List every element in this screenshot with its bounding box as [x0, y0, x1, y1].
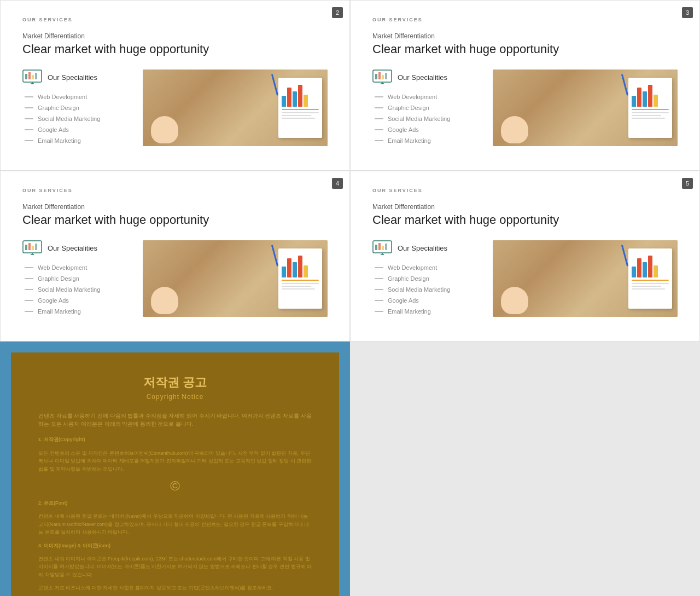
service-text-4-5: Email Marketing	[388, 308, 431, 315]
chart-text-3	[282, 283, 319, 290]
service-dash	[25, 300, 33, 301]
svg-rect-4	[35, 73, 37, 79]
text-line	[282, 115, 311, 116]
service-card-3: OUR SERVICES 4 Market Differentiation Cl…	[0, 171, 350, 342]
service-text-4-1: Web Development	[388, 264, 437, 271]
bar-5	[654, 265, 658, 277]
headline-3: Clear market with huge opportunity	[22, 213, 328, 227]
bar-4	[648, 85, 652, 107]
service-dash	[375, 300, 383, 301]
service-text-2-1: Web Development	[388, 94, 437, 100]
text-line	[632, 115, 661, 116]
pen-icon-4	[621, 245, 628, 266]
copyright-title-english: Copyright Notice	[38, 393, 312, 401]
specialities-title-2: Our Specialities	[398, 73, 447, 82]
paper-chart-4	[628, 248, 672, 309]
text-line	[632, 283, 669, 284]
text-line	[632, 112, 669, 113]
service-dash	[375, 129, 383, 130]
bar-3	[293, 91, 297, 107]
service-text-1-4: Google Ads	[38, 126, 69, 133]
service-dash	[25, 140, 33, 141]
service-text-3-4: Google Ads	[38, 297, 69, 304]
copyright-s2-body: 컨텐츠 내에 사용된 한글 폰트는 네이버 (Naver)에서 무상으로 제공하…	[38, 512, 312, 536]
service-item-3-2: Graphic Design	[22, 275, 132, 282]
service-item-4-2: Graphic Design	[372, 275, 482, 282]
service-item-1-2: Graphic Design	[22, 105, 132, 111]
chart-line-4	[632, 280, 669, 281]
hand-image-2	[501, 116, 528, 143]
svg-rect-2	[28, 72, 31, 79]
bar-5	[304, 95, 308, 107]
chart-bars-1	[282, 82, 319, 107]
service-dash	[25, 129, 33, 130]
chart-bars-2	[632, 82, 669, 107]
text-line	[632, 118, 665, 119]
image-mockup-4	[493, 240, 678, 317]
bar-2	[637, 258, 641, 277]
service-text-3-1: Web Development	[38, 264, 87, 271]
service-dash	[25, 107, 33, 108]
service-item-2-4: Google Ads	[372, 126, 482, 133]
bar-5	[654, 95, 658, 107]
headline-4: Clear market with huge opportunity	[372, 213, 678, 227]
service-item-1-3: Social Media Marketing	[22, 115, 132, 122]
copyright-s3-title: 3. 이미지(Image) & 아이콘(icon)	[38, 542, 312, 549]
text-line	[282, 118, 315, 119]
left-content-3: Our Specialities Web Development Graphic…	[22, 240, 132, 319]
service-dash	[25, 267, 33, 268]
service-item-1-5: Email Marketing	[22, 137, 132, 144]
card-number-4: 5	[682, 178, 693, 189]
bar-2	[637, 88, 641, 107]
copyright-title-korean: 저작권 공고	[38, 374, 312, 391]
svg-rect-24	[382, 246, 384, 250]
svg-rect-11	[385, 73, 387, 79]
image-mockup-2	[493, 70, 678, 146]
service-dash	[375, 118, 383, 119]
text-line	[282, 286, 311, 287]
service-text-1-3: Social Media Marketing	[38, 115, 100, 122]
svg-rect-15	[25, 245, 27, 250]
svg-rect-22	[375, 245, 377, 250]
card-number-2: 3	[682, 7, 693, 18]
service-text-4-2: Graphic Design	[388, 275, 429, 282]
service-text-4-3: Social Media Marketing	[388, 286, 450, 293]
service-item-2-2: Graphic Design	[372, 105, 482, 111]
pen-icon-3	[271, 245, 278, 266]
service-text-4-4: Google Ads	[388, 297, 419, 304]
service-item-3-5: Email Marketing	[22, 308, 132, 315]
chart-text-4	[632, 283, 669, 290]
paper-chart-2	[628, 78, 672, 138]
left-content-1: Our Specialities Web Development Graphic…	[22, 70, 132, 148]
copyright-section2-heading: 2. 폰트(Font)	[38, 500, 68, 506]
bar-4	[298, 256, 302, 277]
service-dash	[375, 289, 383, 290]
svg-rect-9	[378, 72, 381, 79]
copyright-section1-heading: 1. 저작권(Copyright)	[38, 437, 85, 442]
service-dash	[375, 267, 383, 268]
copyright-section3-heading: 3. 이미지(Image) & 아이콘(icon)	[38, 543, 110, 548]
service-dash	[375, 140, 383, 141]
image-mockup-3	[143, 240, 328, 317]
text-line	[282, 283, 319, 284]
bar-4	[648, 256, 652, 277]
service-text-3-3: Social Media Marketing	[38, 286, 100, 293]
service-dash	[25, 278, 33, 279]
headline-1: Clear market with huge opportunity	[22, 42, 328, 56]
specialities-title-1: Our Specialities	[48, 73, 97, 82]
text-line	[282, 112, 319, 113]
bar-3	[643, 262, 647, 277]
service-image-2	[493, 70, 678, 146]
text-line	[282, 288, 315, 290]
bar-2	[287, 258, 291, 277]
service-card-2: OUR SERVICES 3 Market Differentiation Cl…	[350, 0, 700, 171]
copyright-intro: 컨텐츠 자료를 사용하기 전에 다음의 법률과 주의점을 자세히 읽어 주시기 …	[38, 412, 312, 428]
copyright-symbol: ©	[38, 478, 312, 494]
left-content-2: Our Specialities Web Development Graphic…	[372, 70, 482, 148]
image-mockup-1	[143, 70, 328, 146]
svg-rect-3	[32, 75, 34, 79]
content-area-3: Our Specialities Web Development Graphic…	[22, 240, 328, 319]
text-line	[632, 286, 661, 287]
service-item-2-3: Social Media Marketing	[372, 115, 482, 122]
specialities-header-4: Our Specialities	[372, 240, 482, 256]
